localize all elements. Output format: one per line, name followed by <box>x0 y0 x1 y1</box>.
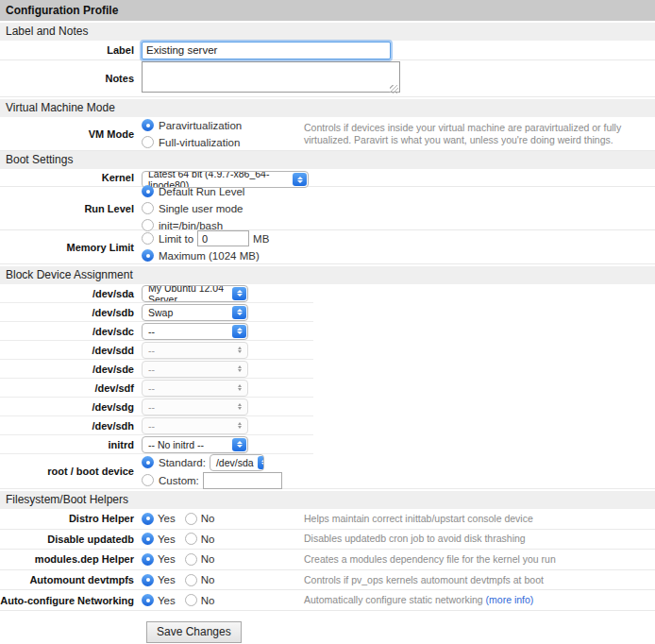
memory-limit-option-label: Maximum (1024 MB) <box>159 250 260 262</box>
device-label: /dev/sda <box>0 288 142 299</box>
no-label: No <box>201 574 215 585</box>
yes-label: Yes <box>158 574 176 585</box>
select-stepper-icon <box>232 287 246 300</box>
device-select-value: -- <box>148 364 155 375</box>
device-select-value: My Ubuntu 12.04 Server <box>148 285 228 302</box>
vm-mode-option-paravirtualization[interactable]: Paravirtualization <box>142 117 304 133</box>
notes-field-label: Notes <box>0 73 142 84</box>
block-device-row-sdd: /dev/sdd -- <box>0 341 313 360</box>
select-stepper-icon <box>232 419 246 432</box>
radio-unselected-icon[interactable] <box>185 533 197 545</box>
initrd-select-value: -- No initrd -- <box>148 439 204 450</box>
radio-selected-icon[interactable] <box>142 553 154 566</box>
select-stepper-icon <box>232 325 246 338</box>
section-filesystem-boot-helpers: Filesystem/Boot Helpers <box>0 491 655 509</box>
memory-limit-input[interactable] <box>197 230 249 246</box>
device-sdc-select[interactable]: -- <box>142 323 248 340</box>
run-level-label: Run Level <box>0 203 142 214</box>
select-stepper-icon <box>232 363 246 376</box>
radio-unselected-icon[interactable] <box>142 232 154 245</box>
select-stepper-icon <box>232 438 246 451</box>
radio-selected-icon[interactable] <box>142 119 154 131</box>
standard-device-select[interactable]: /dev/sda <box>210 454 264 471</box>
block-device-row-sdg: /dev/sdg -- <box>0 398 313 416</box>
device-label: /dev/sdg <box>0 401 142 413</box>
run-level-option-single-user[interactable]: Single user mode <box>142 200 655 216</box>
vm-mode-row: VM Mode Paravirtualization Full-virtuali… <box>0 117 655 151</box>
radio-selected-icon[interactable] <box>142 574 154 586</box>
device-label: /dev/sdd <box>0 345 142 356</box>
save-changes-button[interactable]: Save Changes <box>146 621 242 643</box>
page-title: Configuration Profile <box>0 0 655 21</box>
device-sdh-select: -- <box>142 417 248 434</box>
notes-row: Notes <box>0 60 655 97</box>
run-level-option-label: init=/bin/bash <box>159 220 223 231</box>
helper-help-text: Creates a modules dependency file for th… <box>304 553 655 566</box>
helper-help-text: Disables updatedb cron job to avoid disk… <box>304 533 655 545</box>
helper-label: Distro Helper <box>0 513 142 524</box>
run-level-option-default[interactable]: Default Run Level <box>142 183 655 199</box>
helper-help-text-part: Automatically configure static networkin… <box>304 594 483 605</box>
yes-label: Yes <box>158 553 176 565</box>
device-sdf-select: -- <box>142 380 248 397</box>
yes-label: Yes <box>158 513 176 524</box>
initrd-select[interactable]: -- No initrd -- <box>142 436 248 453</box>
radio-selected-icon[interactable] <box>142 513 154 525</box>
no-label: No <box>201 534 215 545</box>
memory-limit-label: Memory Limit <box>0 242 142 253</box>
radio-unselected-icon[interactable] <box>185 513 197 525</box>
device-select-value: Swap <box>148 307 173 318</box>
radio-unselected-icon[interactable] <box>142 474 154 486</box>
vm-mode-help-text: Controls if devices inside your virtual … <box>304 122 655 146</box>
select-stepper-icon <box>232 400 246 414</box>
helper-label: Automount devtmpfs <box>0 574 142 585</box>
label-field-label: Label <box>0 44 142 56</box>
kernel-label: Kernel <box>0 172 142 183</box>
radio-unselected-icon[interactable] <box>185 594 197 606</box>
radio-unselected-icon[interactable] <box>185 574 197 586</box>
helper-row-automount-devtmpfs: Automount devtmpfs Yes No Controls if pv… <box>0 570 655 591</box>
root-device-option-custom[interactable]: Custom: <box>142 472 655 488</box>
block-device-table: /dev/sda My Ubuntu 12.04 Server /dev/sdb… <box>0 284 313 454</box>
root-boot-device-label: root / boot device <box>0 466 142 477</box>
radio-selected-icon[interactable] <box>142 533 154 545</box>
helper-label: Disable updatedb <box>0 534 142 545</box>
device-sde-select: -- <box>142 361 248 378</box>
notes-textarea[interactable] <box>142 61 400 93</box>
radio-selected-icon[interactable] <box>142 594 154 606</box>
memory-limit-unit: MB <box>253 233 269 245</box>
configuration-profile-page: Configuration Profile Label and Notes La… <box>0 0 655 643</box>
radio-unselected-icon[interactable] <box>142 136 154 148</box>
radio-unselected-icon[interactable] <box>185 553 197 566</box>
helper-help-text: Helps maintain correct inittab/upstart c… <box>304 513 655 525</box>
block-device-row-sdc: /dev/sdc -- <box>0 322 313 341</box>
run-level-row: Run Level Default Run Level Single user … <box>0 187 655 230</box>
block-device-row-sda: /dev/sda My Ubuntu 12.04 Server <box>0 284 313 303</box>
memory-limit-option-limit-to[interactable]: Limit to MB <box>142 230 655 246</box>
label-input[interactable] <box>142 42 391 59</box>
more-info-link[interactable]: (more info) <box>486 594 534 605</box>
root-device-option-standard[interactable]: Standard: /dev/sda <box>142 454 655 470</box>
device-label: /dev/sde <box>0 364 142 375</box>
vm-mode-option-full-virtualization[interactable]: Full-virtualization <box>142 134 304 150</box>
device-sda-select[interactable]: My Ubuntu 12.04 Server <box>142 285 248 302</box>
device-sdb-select[interactable]: Swap <box>142 304 248 321</box>
run-level-option-label: Single user mode <box>159 203 244 214</box>
helper-help-text: Automatically configure static networkin… <box>304 594 655 606</box>
standard-option-label: Standard: <box>159 457 206 468</box>
device-select-value: -- <box>148 326 155 337</box>
helper-help-text: Controls if pv_ops kernels automount dev… <box>304 574 655 586</box>
radio-unselected-icon[interactable] <box>142 202 154 214</box>
radio-selected-icon[interactable] <box>142 456 154 468</box>
block-device-row-sde: /dev/sde -- <box>0 360 313 379</box>
no-label: No <box>201 595 215 606</box>
radio-selected-icon[interactable] <box>142 185 154 197</box>
custom-device-input[interactable] <box>203 472 282 489</box>
select-stepper-icon <box>232 344 246 357</box>
root-boot-device-row: root / boot device Standard: /dev/sda Cu… <box>0 454 655 489</box>
radio-unselected-icon[interactable] <box>142 219 154 231</box>
device-label: /dev/sdb <box>0 307 142 318</box>
radio-selected-icon[interactable] <box>142 249 154 262</box>
section-virtual-machine-mode: Virtual Machine Mode <box>0 99 655 117</box>
memory-limit-option-maximum[interactable]: Maximum (1024 MB) <box>142 247 655 263</box>
